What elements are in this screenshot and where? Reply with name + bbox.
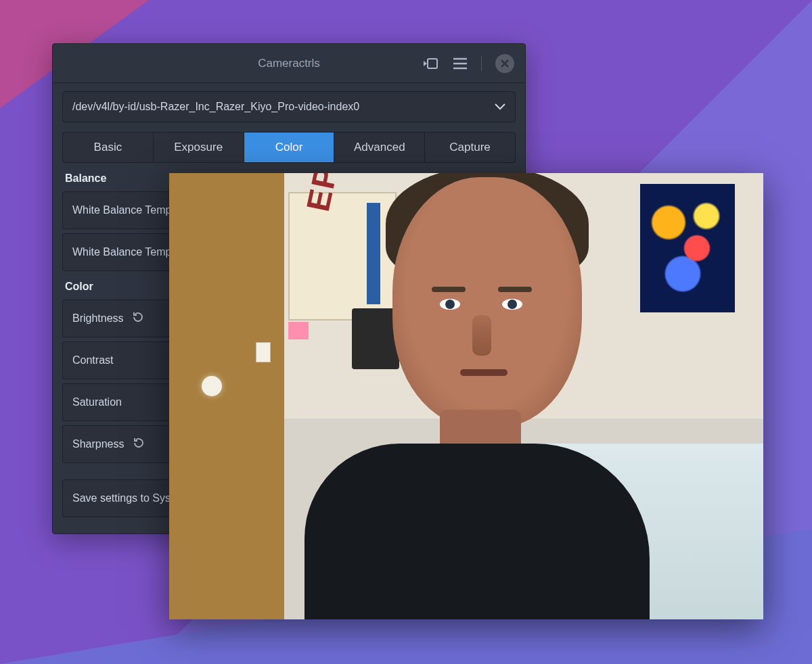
sticky-note <box>288 322 309 339</box>
titlebar: Cameractrls <box>53 44 525 83</box>
row-label: Contrast <box>72 354 113 366</box>
row-label: Saturation <box>72 396 122 408</box>
light-switch <box>256 342 271 362</box>
door-knob <box>202 376 222 396</box>
eye <box>440 299 460 310</box>
device-path: /dev/v4l/by-id/usb-Razer_Inc_Razer_Kiyo_… <box>72 101 359 113</box>
person-torso <box>304 444 650 619</box>
tab-exposure[interactable]: Exposure <box>154 133 244 162</box>
hamburger-menu-icon[interactable] <box>453 57 468 70</box>
brow <box>432 287 466 292</box>
reset-icon[interactable] <box>133 437 145 452</box>
tab-basic[interactable]: Basic <box>63 133 154 162</box>
reset-icon[interactable] <box>132 311 144 326</box>
row-label: Sharpness <box>72 438 125 450</box>
close-button[interactable] <box>495 54 514 73</box>
person-head <box>392 177 582 427</box>
save-label: Save settings to Syste <box>72 492 179 504</box>
tab-color[interactable]: Color <box>244 133 335 162</box>
titlebar-divider <box>481 56 482 71</box>
eye <box>502 299 522 310</box>
wall-art-text: EPIC <box>299 173 353 214</box>
preview-toggle-icon[interactable] <box>423 57 439 70</box>
mouth <box>460 369 508 376</box>
brow <box>498 287 532 292</box>
tab-advanced[interactable]: Advanced <box>334 133 425 162</box>
door <box>169 173 284 619</box>
device-selector[interactable]: /dev/v4l/by-id/usb-Razer_Inc_Razer_Kiyo_… <box>62 91 516 122</box>
row-label: Brightness <box>72 312 124 325</box>
camera-preview: EPIC <box>169 173 763 619</box>
chevron-down-icon <box>495 101 505 113</box>
preview-scene: EPIC <box>169 173 763 619</box>
row-label: White Balance Tempe <box>72 246 177 258</box>
nose <box>472 315 491 356</box>
wall-art-left: EPIC <box>288 192 397 321</box>
tabs: Basic Exposure Color Advanced Capture <box>62 132 516 163</box>
svg-rect-0 <box>428 59 437 68</box>
wall-art-right <box>640 184 735 312</box>
tab-capture[interactable]: Capture <box>425 133 515 162</box>
row-label: White Balance Tempe <box>72 204 177 216</box>
